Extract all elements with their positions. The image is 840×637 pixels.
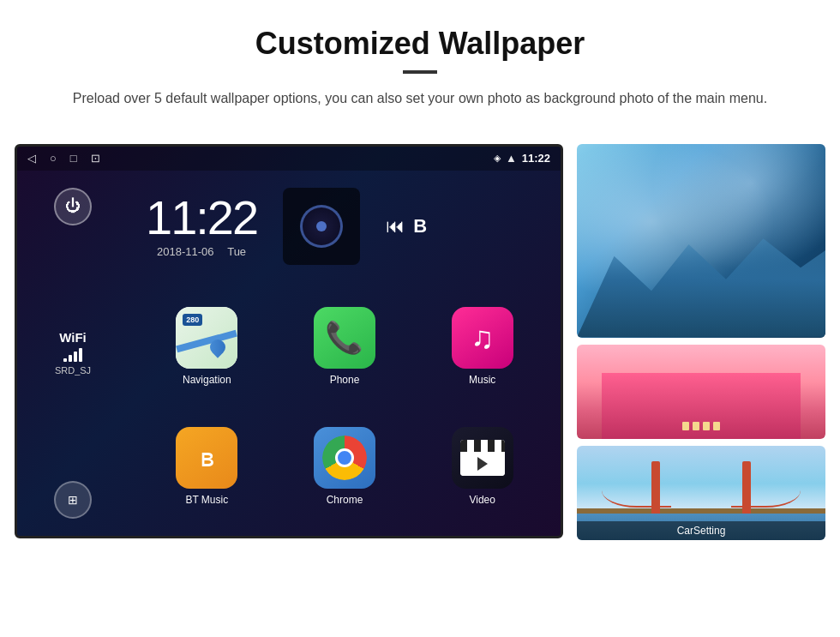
back-nav-icon[interactable]: ◁ (27, 152, 36, 165)
music-app-label: Music (469, 374, 495, 386)
btmusic-app-icon: ʙ (176, 427, 237, 489)
glacier-image (577, 144, 825, 338)
wifi-label: WiFi (55, 330, 91, 345)
status-bar: ◁ ○ □ ⊡ ◈ ▲ 11:22 (17, 147, 561, 171)
window-2 (693, 422, 699, 430)
content-area: ◁ ○ □ ⊡ ◈ ▲ 11:22 ⏻ WiFi (0, 127, 840, 566)
building-windows (682, 422, 720, 430)
bridge-cable-right (731, 473, 801, 508)
navigation-app-label: Navigation (183, 374, 231, 386)
app-item-phone[interactable]: 📞 Phone (279, 291, 411, 404)
power-button[interactable]: ⏻ (54, 188, 92, 225)
wifi-status-icon: ▲ (506, 152, 517, 165)
chrome-logo (322, 436, 367, 480)
clock-date-right: Tue (227, 245, 246, 258)
app-item-music[interactable]: ♫ Music (417, 291, 548, 404)
apps-button[interactable]: ⊞ (54, 481, 92, 519)
window-4 (713, 422, 720, 430)
music-app-icon: ♫ (452, 307, 513, 369)
music-disc-center (316, 221, 327, 231)
left-sidebar: ⏻ WiFi SRD_SJ ⊞ (17, 171, 129, 536)
window-1 (682, 422, 689, 430)
video-app-label: Video (469, 494, 495, 506)
app-item-navigation[interactable]: 280 Navigation (141, 291, 273, 404)
location-icon: ◈ (494, 153, 501, 164)
phone-handset-icon: 📞 (325, 320, 363, 356)
nav-marker-circle (207, 337, 229, 358)
wifi-bar-1 (63, 358, 67, 362)
chrome-app-icon (314, 427, 375, 489)
recent-nav-icon[interactable]: □ (70, 152, 77, 165)
bridge-cable-left (602, 473, 671, 508)
video-stripes (460, 440, 505, 452)
page-wrapper: Customized Wallpaper Preload over 5 defa… (0, 0, 840, 566)
wifi-info: WiFi SRD_SJ (55, 330, 91, 376)
page-title: Customized Wallpaper (51, 26, 789, 62)
music-controls: ⏮ B (386, 215, 427, 237)
wifi-bar-3 (74, 352, 77, 362)
chrome-outer-ring (322, 436, 367, 480)
apps-grid-icon: ⊞ (68, 493, 78, 507)
glacier-wallpaper[interactable] (577, 144, 825, 338)
screenshot-nav-icon[interactable]: ⊡ (91, 152, 100, 165)
chrome-app-label: Chrome (327, 494, 363, 506)
status-bar-right: ◈ ▲ 11:22 (494, 152, 550, 165)
app-grid: 280 Navigation 📞 Phone (129, 282, 561, 536)
pink-building-wallpaper[interactable] (577, 345, 825, 439)
chrome-inner-circle (335, 448, 354, 467)
bluetooth-icon: ʙ (200, 442, 214, 472)
status-time: 11:22 (522, 152, 550, 165)
car-setting-label: CarSetting (577, 521, 825, 540)
bridge-road (577, 508, 825, 514)
pink-building-image (577, 345, 825, 439)
clock-area: 11:22 2018-11-06 Tue ⏮ B (129, 171, 561, 282)
clock-date: 2018-11-06 Tue (146, 245, 257, 258)
nav-route-badge: 280 (183, 314, 202, 326)
status-bar-left: ◁ ○ □ ⊡ (27, 152, 100, 165)
clock-time: 11:22 (146, 194, 257, 242)
nav-map-graphic: 280 (176, 307, 237, 369)
music-disc-icon (300, 205, 343, 248)
wifi-bar-2 (69, 355, 72, 362)
glacier-formations (577, 221, 825, 338)
app-item-btmusic[interactable]: ʙ BT Music (141, 410, 273, 523)
navigation-app-icon: 280 (176, 307, 237, 369)
music-widget[interactable] (283, 188, 360, 265)
prev-track-icon[interactable]: ⏮ (386, 215, 405, 237)
btmusic-app-label: BT Music (185, 494, 228, 506)
clock-block: 11:22 2018-11-06 Tue (146, 194, 257, 258)
artist-letter-icon: B (413, 215, 427, 237)
nav-map-road (177, 330, 238, 352)
phone-app-label: Phone (330, 374, 360, 386)
page-header: Customized Wallpaper Preload over 5 defa… (0, 0, 840, 127)
phone-app-icon: 📞 (314, 307, 375, 369)
video-play-triangle (477, 457, 488, 471)
wallpaper-previews: CarSetting (577, 144, 825, 540)
wifi-network-name: SRD_SJ (55, 365, 91, 376)
android-screen: ◁ ○ □ ⊡ ◈ ▲ 11:22 ⏻ WiFi (15, 144, 563, 538)
wifi-signal-bars (55, 348, 91, 362)
clock-date-left: 2018-11-06 (157, 245, 214, 258)
title-divider (403, 70, 437, 74)
video-body (460, 452, 505, 476)
app-item-video[interactable]: Video (417, 410, 548, 523)
home-nav-icon[interactable]: ○ (50, 152, 57, 165)
power-icon: ⏻ (65, 197, 81, 215)
app-item-chrome[interactable]: Chrome (279, 410, 411, 523)
wifi-bar-4 (79, 348, 82, 362)
window-3 (703, 422, 710, 430)
golden-gate-wallpaper[interactable]: CarSetting (577, 446, 825, 540)
video-app-icon (452, 427, 513, 489)
music-note-icon: ♫ (471, 320, 494, 356)
page-subtitle: Preload over 5 default wallpaper options… (69, 87, 771, 110)
nav-map-marker (210, 340, 225, 358)
video-clapboard-icon (460, 440, 505, 476)
